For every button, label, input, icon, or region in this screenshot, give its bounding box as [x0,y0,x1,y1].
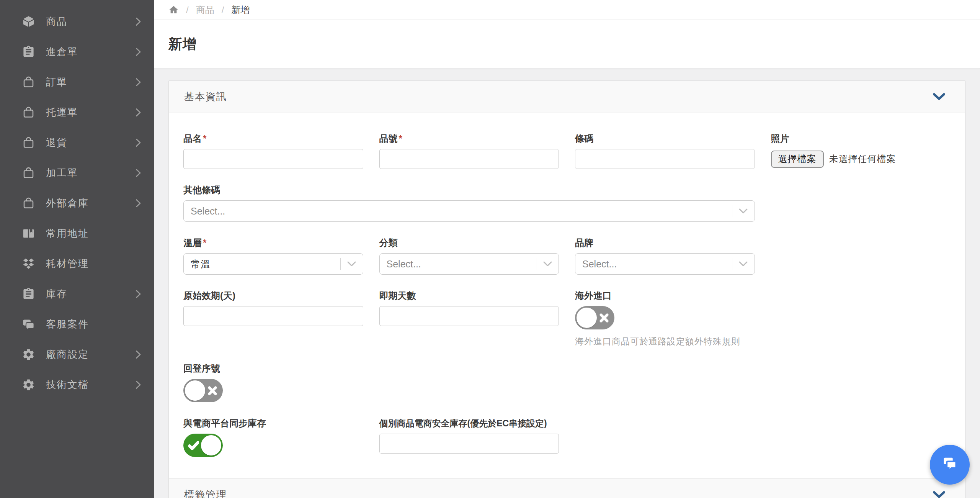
chevron-down-icon[interactable] [933,491,945,498]
sidebar-item-inbound-orders[interactable]: 進倉單 [0,37,154,67]
diamonds-icon [20,257,37,270]
sidebar-item-label: 外部倉庫 [46,197,136,210]
sidebar-item-tech-docs[interactable]: 技術文檔 [0,370,154,400]
barcode-input[interactable] [575,149,755,169]
basic-info-form: 品名* 品號* 條碼 照片 選擇檔案 [169,113,965,478]
temperature-value: 常溫 [191,258,211,270]
cube-icon [20,15,37,28]
product-name-input[interactable] [183,149,363,169]
bag-icon [20,75,37,89]
serial-return-toggle[interactable] [183,379,223,402]
sidebar-item-label: 進倉單 [46,45,136,59]
other-barcodes-label: 其他條碼 [183,184,755,196]
barcode-label: 條碼 [575,133,755,144]
file-status-text: 未選擇任何檔案 [829,153,896,165]
near-expiry-days-input[interactable] [379,306,559,326]
bag-icon [20,197,37,210]
chevron-right-icon [136,290,141,298]
chat-fab-button[interactable] [930,445,970,485]
sidebar-item-vendor-settings[interactable]: 廠商設定 [0,339,154,370]
sidebar-item-label: 加工單 [46,166,136,180]
main-area: / 商品 / 新增 新增 基本資訊 品名* [154,0,980,498]
field-product-name: 品名* [183,133,363,169]
field-original-validity: 原始效期(天) [183,290,363,326]
sidebar-item-external-warehouse[interactable]: 外部倉庫 [0,188,154,218]
overseas-import-label: 海外進口 [575,290,755,301]
sidebar-item-processing-orders[interactable]: 加工單 [0,158,154,188]
category-select[interactable]: Select... [379,253,559,275]
field-serial-return: 回登序號 [183,363,363,402]
content-area: 基本資訊 品名* 品號* 條碼 [154,68,980,498]
ec-safety-stock-input[interactable] [379,434,559,454]
bag-icon [20,166,37,180]
field-category: 分類 Select... [379,237,559,275]
sidebar-item-products[interactable]: 商品 [0,7,154,37]
field-ec-sync: 與電商平台同步庫存 [183,418,363,457]
section-title: 基本資訊 [184,90,227,103]
section-header-tag-management[interactable]: 標籤管理 [169,478,965,498]
field-overseas-import: 海外進口 海外進口商品可於通路設定額外特殊規則 [575,290,755,347]
field-other-barcodes: 其他條碼 Select... [183,184,755,222]
sidebar-item-label: 退貨 [46,136,136,149]
field-ec-safety-stock: 個別商品電商安全庫存(優先於EC串接設定) [379,418,559,454]
chevron-right-icon [136,78,141,87]
breadcrumb: / 商品 / 新增 [154,0,980,20]
check-icon [188,441,199,450]
temperature-select[interactable]: 常溫 [183,253,363,275]
toggle-knob [201,435,221,455]
chevron-right-icon [136,169,141,177]
sidebar-item-orders[interactable]: 訂單 [0,67,154,97]
other-barcodes-select[interactable]: Select... [183,200,755,222]
chevron-right-icon [136,48,141,56]
sidebar-item-label: 商品 [46,15,136,28]
clipboard-icon [20,45,37,59]
choose-file-button[interactable]: 選擇檔案 [771,151,824,168]
chevron-down-icon[interactable] [933,93,945,100]
chevron-right-icon [136,380,141,389]
sidebar-item-returns[interactable]: 退貨 [0,128,154,158]
address-book-icon [20,227,37,240]
chevron-down-icon[interactable] [739,208,748,214]
sidebar-item-inventory[interactable]: 庫存 [0,279,154,309]
chevron-down-icon[interactable] [739,261,748,267]
section-header-basic-info[interactable]: 基本資訊 [169,81,965,113]
chevron-right-icon [136,108,141,117]
field-product-sku: 品號* [379,133,559,169]
field-barcode: 條碼 [575,133,755,169]
clipboard-icon [20,287,37,301]
overseas-import-helper: 海外進口商品可於通路設定額外特殊規則 [575,336,755,347]
breadcrumb-parent[interactable]: 商品 [196,4,214,16]
original-validity-input[interactable] [183,306,363,326]
chevron-right-icon [136,350,141,359]
x-icon [208,386,217,395]
breadcrumb-separator: / [186,5,189,15]
product-sku-input[interactable] [379,149,559,169]
sidebar-item-label: 耗材管理 [46,257,141,270]
sidebar-item-consumables[interactable]: 耗材管理 [0,249,154,279]
original-validity-label: 原始效期(天) [183,290,363,301]
sidebar-item-label: 技術文檔 [46,378,136,392]
brand-select[interactable]: Select... [575,253,755,275]
product-name-label: 品名 [183,133,202,144]
sidebar-item-support-cases[interactable]: 客服案件 [0,309,154,339]
overseas-import-toggle[interactable] [575,306,614,329]
chevron-down-icon[interactable] [543,261,552,267]
toggle-knob [185,380,205,401]
sidebar-item-consignments[interactable]: 托運單 [0,97,154,128]
sidebar-item-label: 廠商設定 [46,348,136,361]
home-icon[interactable] [168,5,179,15]
field-brand: 品牌 Select... [575,237,755,275]
ec-sync-toggle[interactable] [183,434,223,457]
breadcrumb-separator: / [222,5,224,15]
chevron-down-icon[interactable] [347,261,356,267]
serial-return-label: 回登序號 [183,363,363,374]
sidebar-item-label: 訂單 [46,75,136,89]
field-photo: 照片 選擇檔案 未選擇任何檔案 [771,133,951,169]
photo-label: 照片 [771,133,951,144]
sidebar: 商品 進倉單 訂單 托運單 退貨 加工單 外部倉庫 常用地址 耗材管理 [0,0,154,498]
brand-label: 品牌 [575,237,755,249]
sidebar-item-label: 常用地址 [46,227,141,240]
ec-sync-label: 與電商平台同步庫存 [183,418,363,429]
required-mark: * [399,133,402,144]
sidebar-item-common-addresses[interactable]: 常用地址 [0,218,154,249]
